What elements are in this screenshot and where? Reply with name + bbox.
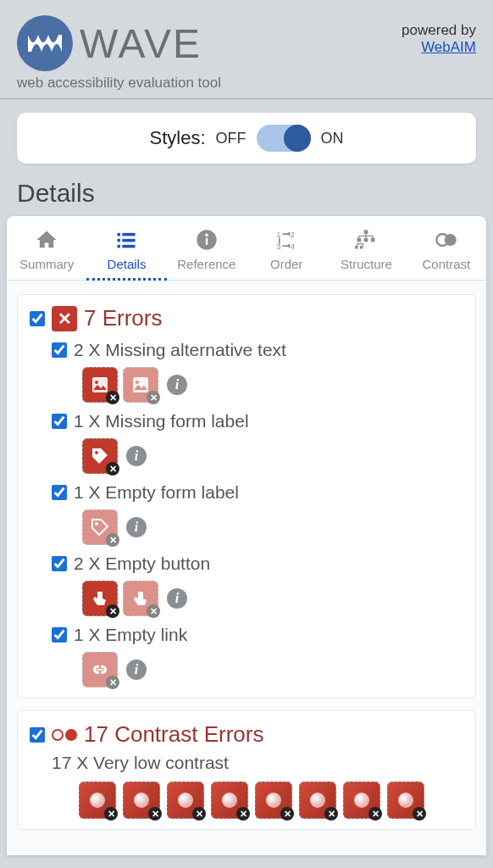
svg-rect-2 — [118, 239, 121, 242]
tab-structure[interactable]: Structure — [326, 216, 406, 280]
tab-reference[interactable]: Reference — [167, 216, 246, 280]
issue-info-icon[interactable]: i — [126, 659, 147, 680]
svg-rect-18 — [360, 246, 363, 249]
app-subtitle: web accessibility evaluation tool — [17, 75, 476, 92]
info-icon — [195, 228, 219, 252]
svg-rect-4 — [118, 245, 121, 248]
issue-checkbox[interactable] — [52, 342, 67, 358]
contrast-badge-icon — [52, 729, 77, 741]
app-title: WAVE — [80, 20, 202, 67]
logo-area: WAVE — [17, 15, 202, 71]
contrast-sub-label: 17 X Very low contrast — [52, 753, 463, 773]
contrast-instance-icon[interactable]: ✕ — [79, 782, 116, 819]
svg-text:4: 4 — [291, 242, 295, 251]
svg-point-22 — [95, 381, 98, 384]
contrast-instance-icon[interactable]: ✕ — [123, 782, 160, 819]
issue-info-icon[interactable]: i — [126, 446, 147, 466]
svg-point-26 — [95, 522, 98, 526]
tab-details[interactable]: Details — [86, 216, 166, 281]
svg-rect-7 — [206, 238, 208, 245]
tab-contrast[interactable]: Contrast — [407, 216, 486, 280]
contrast-instance-icon[interactable]: ✕ — [211, 782, 248, 819]
tab-summary[interactable]: Summary — [7, 216, 86, 280]
svg-point-8 — [205, 233, 208, 236]
svg-point-24 — [136, 381, 139, 384]
tab-order[interactable]: 1234 Order — [246, 216, 326, 280]
styles-off-label: OFF — [216, 130, 246, 147]
styles-toggle-bar: Styles: OFF ON — [17, 113, 476, 164]
issue-checkbox[interactable] — [52, 627, 67, 643]
app-header: WAVE powered by WebAIM web accessibility… — [0, 0, 493, 99]
issue-checkbox[interactable] — [52, 485, 67, 500]
styles-label: Styles: — [149, 127, 205, 149]
category-contrast-checkbox[interactable] — [30, 727, 45, 743]
error-badge-icon: ✕ — [52, 306, 77, 331]
svg-text:1: 1 — [276, 231, 280, 239]
issue-checkbox[interactable] — [52, 556, 67, 571]
error-instance-icon[interactable]: ✕ — [82, 652, 118, 687]
contrast-instance-icon[interactable]: ✕ — [299, 782, 336, 819]
contrast-instance-icon[interactable]: ✕ — [255, 782, 292, 819]
issue-checkbox[interactable] — [52, 414, 67, 429]
tab-bar: Summary Details Reference 1234 Order Str… — [7, 216, 486, 281]
svg-point-25 — [95, 451, 98, 454]
svg-text:3: 3 — [276, 242, 280, 251]
svg-rect-1 — [123, 233, 136, 236]
svg-rect-16 — [371, 238, 375, 242]
contrast-instance-icon[interactable]: ✕ — [167, 782, 204, 819]
issue-info-icon[interactable]: i — [167, 375, 187, 395]
issue-info-icon[interactable]: i — [126, 517, 147, 537]
order-icon: 1234 — [274, 228, 298, 252]
issue-missing-alt: 2 X Missing alternative text ✕ ✕ i — [52, 340, 463, 403]
issue-info-icon[interactable]: i — [167, 588, 187, 609]
error-instance-icon[interactable]: ✕ — [82, 509, 118, 545]
issue-empty-form-label: 1 X Empty form label ✕ i — [52, 482, 463, 545]
home-icon — [35, 228, 58, 252]
svg-rect-5 — [123, 245, 136, 248]
svg-rect-15 — [364, 238, 368, 242]
error-instance-icon[interactable]: ✕ — [82, 438, 118, 474]
error-instance-icon[interactable]: ✕ — [123, 367, 158, 403]
svg-rect-3 — [123, 239, 136, 242]
contrast-instances: ✕ ✕ ✕ ✕ ✕ ✕ ✕ ✕ — [79, 782, 463, 819]
contrast-instance-icon[interactable]: ✕ — [343, 782, 380, 819]
powered-by: powered by WebAIM — [402, 22, 476, 56]
svg-rect-0 — [118, 233, 121, 236]
details-content: ✕ 7 Errors 2 X Missing alternative text … — [7, 281, 486, 855]
section-heading: Details — [0, 172, 493, 216]
svg-rect-14 — [357, 238, 362, 242]
svg-point-20 — [444, 234, 456, 246]
toggle-knob — [284, 125, 311, 152]
wave-logo-icon — [17, 15, 73, 71]
error-instance-icon[interactable]: ✕ — [123, 581, 158, 616]
category-errors-title: 7 Errors — [84, 305, 162, 331]
webaim-link[interactable]: WebAIM — [421, 39, 476, 55]
tabs-panel: Summary Details Reference 1234 Order Str… — [7, 216, 486, 855]
category-errors-checkbox[interactable] — [30, 311, 45, 326]
issue-empty-link: 1 X Empty link ✕ i — [52, 625, 463, 687]
contrast-instance-icon[interactable]: ✕ — [387, 782, 424, 819]
error-instance-icon[interactable]: ✕ — [82, 581, 118, 616]
styles-toggle[interactable] — [257, 125, 311, 152]
svg-rect-23 — [133, 377, 148, 392]
category-contrast-title: 17 Contrast Errors — [84, 721, 263, 748]
svg-rect-17 — [356, 246, 359, 249]
issue-missing-form-label: 1 X Missing form label ✕ i — [52, 411, 463, 474]
svg-rect-13 — [364, 230, 368, 234]
svg-rect-21 — [92, 377, 108, 392]
error-instance-icon[interactable]: ✕ — [82, 367, 118, 403]
list-icon — [114, 228, 138, 252]
contrast-icon — [435, 228, 458, 252]
tree-icon — [354, 228, 378, 252]
styles-on-label: ON — [321, 130, 344, 147]
svg-text:2: 2 — [291, 231, 295, 239]
issue-empty-button: 2 X Empty button ✕ ✕ i — [52, 554, 463, 616]
category-contrast: 17 Contrast Errors 17 X Very low contras… — [17, 710, 476, 830]
category-errors: ✕ 7 Errors 2 X Missing alternative text … — [17, 294, 476, 698]
